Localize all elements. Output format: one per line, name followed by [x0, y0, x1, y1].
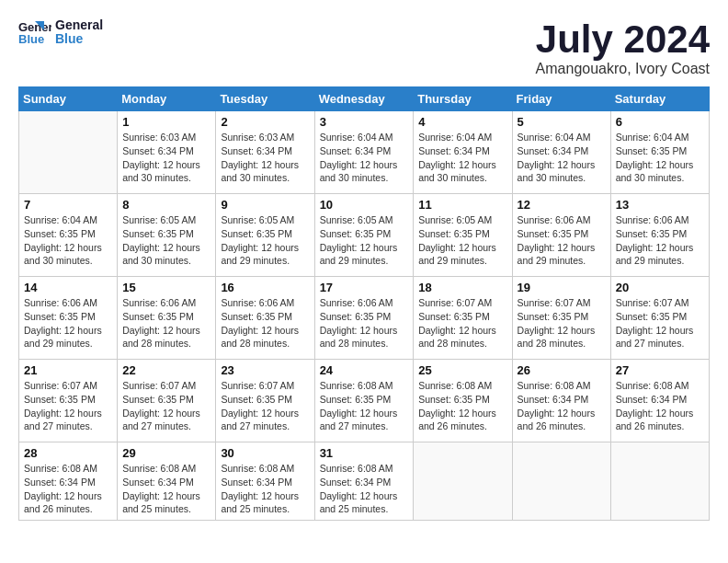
day-info: Sunrise: 6:06 AMSunset: 6:35 PMDaylight:…	[24, 296, 112, 350]
day-info: Sunrise: 6:07 AMSunset: 6:35 PMDaylight:…	[24, 379, 112, 433]
calendar-cell: 22Sunrise: 6:07 AMSunset: 6:35 PMDayligh…	[118, 360, 216, 442]
day-info: Sunrise: 6:06 AMSunset: 6:35 PMDaylight:…	[221, 296, 309, 350]
day-info: Sunrise: 6:05 AMSunset: 6:35 PMDaylight:…	[418, 213, 506, 268]
day-header-monday: Monday	[118, 87, 216, 111]
day-info: Sunrise: 6:08 AMSunset: 6:34 PMDaylight:…	[320, 462, 409, 516]
calendar-cell	[512, 442, 610, 521]
day-number: 10	[320, 198, 409, 212]
day-number: 14	[24, 281, 112, 294]
calendar-cell: 9Sunrise: 6:05 AMSunset: 6:35 PMDaylight…	[216, 194, 314, 277]
day-info: Sunrise: 6:06 AMSunset: 6:35 PMDaylight:…	[122, 296, 210, 350]
day-number: 1	[122, 115, 210, 129]
day-number: 2	[221, 115, 309, 129]
day-number: 8	[122, 198, 210, 212]
day-info: Sunrise: 6:05 AMSunset: 6:35 PMDaylight:…	[320, 213, 409, 268]
day-number: 25	[418, 363, 506, 377]
day-info: Sunrise: 6:07 AMSunset: 6:35 PMDaylight:…	[518, 296, 606, 350]
calendar-cell: 31Sunrise: 6:08 AMSunset: 6:34 PMDayligh…	[314, 442, 414, 521]
day-header-thursday: Thursday	[414, 87, 512, 111]
calendar-cell: 29Sunrise: 6:08 AMSunset: 6:34 PMDayligh…	[118, 442, 216, 521]
day-info: Sunrise: 6:08 AMSunset: 6:34 PMDaylight:…	[616, 379, 704, 433]
day-number: 15	[122, 281, 210, 294]
day-number: 19	[518, 281, 606, 294]
calendar-cell: 26Sunrise: 6:08 AMSunset: 6:34 PMDayligh…	[512, 360, 610, 442]
day-info: Sunrise: 6:08 AMSunset: 6:35 PMDaylight:…	[320, 379, 409, 433]
logo-icon: General Blue	[18, 18, 51, 46]
day-number: 9	[221, 198, 309, 212]
calendar-header-row: SundayMondayTuesdayWednesdayThursdayFrid…	[19, 87, 710, 111]
calendar-cell: 14Sunrise: 6:06 AMSunset: 6:35 PMDayligh…	[19, 277, 118, 360]
day-info: Sunrise: 6:07 AMSunset: 6:35 PMDaylight:…	[221, 379, 309, 433]
svg-text:Blue: Blue	[18, 32, 44, 46]
day-info: Sunrise: 6:08 AMSunset: 6:35 PMDaylight:…	[418, 379, 506, 433]
calendar-cell: 7Sunrise: 6:04 AMSunset: 6:35 PMDaylight…	[19, 194, 118, 277]
day-info: Sunrise: 6:04 AMSunset: 6:35 PMDaylight:…	[24, 213, 112, 268]
month-title: July 2024	[536, 18, 710, 61]
calendar-cell: 20Sunrise: 6:07 AMSunset: 6:35 PMDayligh…	[610, 277, 709, 360]
logo-line1: General	[55, 18, 103, 32]
calendar-cell: 5Sunrise: 6:04 AMSunset: 6:34 PMDaylight…	[512, 111, 610, 194]
calendar-cell: 15Sunrise: 6:06 AMSunset: 6:35 PMDayligh…	[118, 277, 216, 360]
day-number: 18	[418, 281, 506, 294]
header: General Blue General Blue July 2024 Aman…	[18, 18, 710, 77]
logo-line2: Blue	[55, 32, 103, 46]
calendar-cell: 19Sunrise: 6:07 AMSunset: 6:35 PMDayligh…	[512, 277, 610, 360]
calendar-cell: 18Sunrise: 6:07 AMSunset: 6:35 PMDayligh…	[414, 277, 512, 360]
calendar-cell: 23Sunrise: 6:07 AMSunset: 6:35 PMDayligh…	[216, 360, 314, 442]
day-number: 27	[616, 363, 704, 377]
day-number: 5	[518, 115, 606, 129]
day-info: Sunrise: 6:07 AMSunset: 6:35 PMDaylight:…	[418, 296, 506, 350]
calendar-week-4: 21Sunrise: 6:07 AMSunset: 6:35 PMDayligh…	[19, 360, 710, 442]
title-area: July 2024 Amangouakro, Ivory Coast	[536, 18, 710, 77]
day-info: Sunrise: 6:05 AMSunset: 6:35 PMDaylight:…	[221, 213, 309, 268]
day-info: Sunrise: 6:07 AMSunset: 6:35 PMDaylight:…	[616, 296, 704, 350]
calendar-cell: 11Sunrise: 6:05 AMSunset: 6:35 PMDayligh…	[414, 194, 512, 277]
calendar-cell: 10Sunrise: 6:05 AMSunset: 6:35 PMDayligh…	[314, 194, 414, 277]
day-info: Sunrise: 6:05 AMSunset: 6:35 PMDaylight:…	[122, 213, 210, 268]
calendar-cell: 30Sunrise: 6:08 AMSunset: 6:34 PMDayligh…	[216, 442, 314, 521]
calendar-cell: 1Sunrise: 6:03 AMSunset: 6:34 PMDaylight…	[118, 111, 216, 194]
day-info: Sunrise: 6:03 AMSunset: 6:34 PMDaylight:…	[221, 131, 309, 185]
day-info: Sunrise: 6:07 AMSunset: 6:35 PMDaylight:…	[122, 379, 210, 433]
day-info: Sunrise: 6:04 AMSunset: 6:34 PMDaylight:…	[518, 131, 606, 185]
day-info: Sunrise: 6:06 AMSunset: 6:35 PMDaylight:…	[518, 213, 606, 268]
day-info: Sunrise: 6:08 AMSunset: 6:34 PMDaylight:…	[221, 462, 309, 516]
day-info: Sunrise: 6:08 AMSunset: 6:34 PMDaylight:…	[24, 462, 112, 516]
calendar-week-3: 14Sunrise: 6:06 AMSunset: 6:35 PMDayligh…	[19, 277, 710, 360]
calendar-cell: 6Sunrise: 6:04 AMSunset: 6:35 PMDaylight…	[610, 111, 709, 194]
day-number: 20	[616, 281, 704, 294]
day-number: 22	[122, 363, 210, 377]
calendar: SundayMondayTuesdayWednesdayThursdayFrid…	[18, 86, 710, 521]
day-number: 3	[320, 115, 409, 129]
day-header-friday: Friday	[512, 87, 610, 111]
day-number: 30	[221, 446, 309, 460]
day-info: Sunrise: 6:04 AMSunset: 6:35 PMDaylight:…	[616, 131, 704, 185]
calendar-week-1: 1Sunrise: 6:03 AMSunset: 6:34 PMDaylight…	[19, 111, 710, 194]
day-number: 16	[221, 281, 309, 294]
calendar-cell: 24Sunrise: 6:08 AMSunset: 6:35 PMDayligh…	[314, 360, 414, 442]
day-number: 13	[616, 198, 704, 212]
day-number: 12	[518, 198, 606, 212]
calendar-cell: 3Sunrise: 6:04 AMSunset: 6:34 PMDaylight…	[314, 111, 414, 194]
day-number: 29	[122, 446, 210, 460]
logo: General Blue General Blue	[18, 18, 103, 47]
calendar-cell: 17Sunrise: 6:06 AMSunset: 6:35 PMDayligh…	[314, 277, 414, 360]
calendar-cell: 21Sunrise: 6:07 AMSunset: 6:35 PMDayligh…	[19, 360, 118, 442]
day-number: 17	[320, 281, 409, 294]
calendar-cell: 12Sunrise: 6:06 AMSunset: 6:35 PMDayligh…	[512, 194, 610, 277]
calendar-cell: 25Sunrise: 6:08 AMSunset: 6:35 PMDayligh…	[414, 360, 512, 442]
day-info: Sunrise: 6:06 AMSunset: 6:35 PMDaylight:…	[616, 213, 704, 268]
calendar-cell: 13Sunrise: 6:06 AMSunset: 6:35 PMDayligh…	[610, 194, 709, 277]
day-header-wednesday: Wednesday	[314, 87, 414, 111]
calendar-cell: 4Sunrise: 6:04 AMSunset: 6:34 PMDaylight…	[414, 111, 512, 194]
calendar-cell	[610, 442, 709, 521]
calendar-cell: 27Sunrise: 6:08 AMSunset: 6:34 PMDayligh…	[610, 360, 709, 442]
day-number: 4	[418, 115, 506, 129]
day-number: 23	[221, 363, 309, 377]
day-info: Sunrise: 6:08 AMSunset: 6:34 PMDaylight:…	[518, 379, 606, 433]
day-number: 28	[24, 446, 112, 460]
calendar-cell: 28Sunrise: 6:08 AMSunset: 6:34 PMDayligh…	[19, 442, 118, 521]
day-info: Sunrise: 6:08 AMSunset: 6:34 PMDaylight:…	[122, 462, 210, 516]
day-number: 24	[320, 363, 409, 377]
day-number: 31	[320, 446, 409, 460]
